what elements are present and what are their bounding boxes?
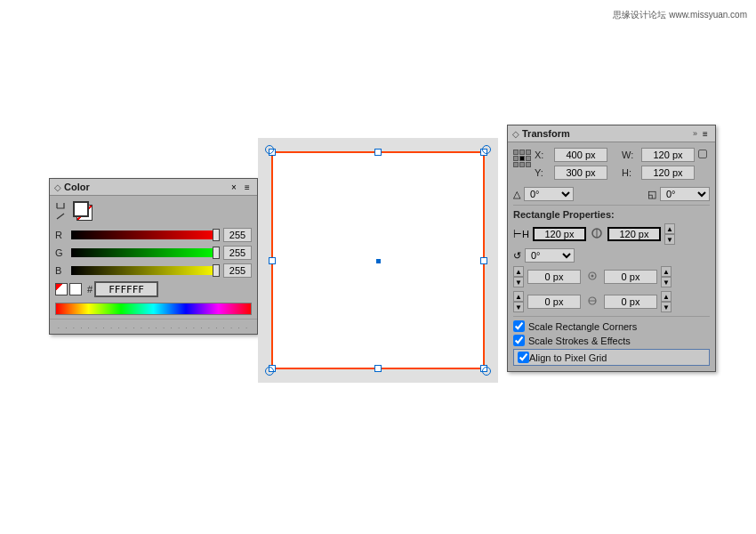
ref-cell-1[interactable]: [513, 150, 519, 155]
offset1-arrows: ▲ ▼: [513, 266, 524, 287]
rotate-handle-tl[interactable]: [265, 145, 274, 154]
x-row: X: W:: [535, 148, 695, 162]
h-input[interactable]: [641, 166, 695, 180]
hex-input[interactable]: [94, 281, 158, 297]
scale-corners-checkbox[interactable]: [513, 320, 525, 332]
transform-panel-menu[interactable]: ≡: [700, 128, 711, 139]
color-icons-row: [55, 201, 252, 221]
watermark: 思缘设计论坛 www.missyuan.com: [613, 9, 747, 21]
skew-select[interactable]: 0°: [660, 187, 710, 201]
scale-strokes-row: Scale Strokes & Effects: [513, 335, 710, 346]
y-label: Y:: [535, 167, 552, 178]
rect-h-input[interactable]: [607, 227, 661, 241]
x-label: X:: [535, 150, 552, 160]
ref-cell-3[interactable]: [526, 150, 531, 155]
reset-color-icon[interactable]: [55, 212, 66, 221]
offset1a-up[interactable]: ▲: [513, 266, 524, 277]
color-panel-header: ◇ Color × ≡: [50, 179, 257, 196]
g-value[interactable]: [223, 246, 252, 260]
rect-w-input[interactable]: [533, 227, 586, 241]
offset2b-down[interactable]: ▼: [661, 302, 672, 312]
ref-cell-8[interactable]: [519, 162, 525, 167]
r-slider[interactable]: [71, 231, 220, 239]
color-panel-menu[interactable]: ≡: [242, 182, 253, 192]
swap-fg-bg-icon[interactable]: [55, 201, 66, 210]
offset2a-up[interactable]: ▲: [513, 291, 524, 302]
color-panel-close[interactable]: ×: [229, 182, 239, 192]
canvas-rectangle[interactable]: [271, 151, 485, 369]
fg-bg-swatch[interactable]: [73, 201, 96, 221]
small-fg-swatch[interactable]: [55, 283, 68, 295]
collapse-transform-btn[interactable]: »: [693, 129, 697, 138]
offset1b-down[interactable]: ▼: [661, 277, 672, 287]
divider-2: [513, 316, 710, 317]
offset2b-arrows: ▲ ▼: [661, 291, 672, 312]
x-input[interactable]: [554, 148, 607, 162]
handle-ml[interactable]: [269, 257, 276, 264]
wh-link-icon[interactable]: [698, 150, 707, 158]
scale-corners-label: Scale Rectangle Corners: [528, 321, 637, 332]
offset1a-down[interactable]: ▼: [513, 277, 524, 287]
y-input[interactable]: [554, 166, 607, 180]
scale-strokes-label: Scale Strokes & Effects: [528, 336, 631, 346]
transform-body: X: W: Y: H:: [508, 142, 715, 371]
y-row: Y: H:: [535, 166, 695, 180]
color-panel-body: R G B #: [50, 196, 257, 319]
align-grid-checkbox[interactable]: [518, 352, 529, 363]
offset2b-input[interactable]: [604, 295, 657, 309]
rect-h-up[interactable]: ▲: [664, 223, 675, 234]
offset2a-down[interactable]: ▼: [513, 302, 524, 312]
rotate-icon: △: [513, 189, 520, 200]
scale-corners-row: Scale Rectangle Corners: [513, 320, 710, 332]
rect-h-arrows: ▲ ▼: [664, 223, 675, 245]
ref-cell-6[interactable]: [526, 156, 531, 161]
rotate-handle-br[interactable]: [482, 367, 491, 376]
small-bg-swatch[interactable]: [69, 283, 82, 295]
rect-props-label: Rectangle Properties:: [513, 209, 710, 220]
offset2b-up[interactable]: ▲: [661, 291, 672, 302]
handle-mc: [376, 259, 381, 263]
rot-skew-row: △ 0° 90° 180° 270° ◱ 0°: [513, 187, 710, 201]
hex-label: #: [87, 284, 92, 295]
b-channel-row: B: [55, 263, 252, 278]
handle-tc[interactable]: [374, 149, 382, 156]
ref-cell-5-active[interactable]: [519, 156, 525, 161]
g-slider[interactable]: [71, 248, 220, 257]
ref-cell-7[interactable]: [513, 162, 519, 167]
w-input[interactable]: [641, 148, 695, 162]
offset2-arrows: ▲ ▼: [513, 291, 524, 312]
canvas-area: [258, 138, 498, 383]
offset1a-input[interactable]: [527, 270, 581, 284]
offset2-center-icon: [586, 295, 599, 309]
handle-mr[interactable]: [480, 257, 487, 264]
rotation-select[interactable]: 0° 90° 180° 270°: [524, 187, 574, 201]
corner-rot-select[interactable]: 0°: [525, 248, 575, 263]
b-label: B: [55, 265, 68, 276]
offset1b-up[interactable]: ▲: [661, 266, 672, 277]
color-spectrum[interactable]: [55, 303, 252, 315]
ref-cell-4[interactable]: [513, 156, 519, 161]
ref-cell-2[interactable]: [519, 150, 525, 155]
r-value[interactable]: [223, 228, 252, 242]
scale-strokes-checkbox[interactable]: [513, 335, 525, 346]
color-panel-footer: · · · · · · · · · · · · · · · · · · · · …: [50, 319, 257, 334]
rotate-handle-tr[interactable]: [482, 145, 491, 154]
offset2a-input[interactable]: [527, 295, 581, 309]
offset-row-2: ▲ ▼ ▲ ▼: [513, 291, 710, 312]
rect-wh-row: ⊢H ▲ ▼: [513, 223, 710, 245]
r-label: R: [55, 230, 68, 240]
footer-dots: · · · · · · · · · · · · · · · · · · · · …: [58, 324, 249, 332]
fg-swatch[interactable]: [73, 201, 89, 217]
offset1b-input[interactable]: [604, 270, 657, 284]
corner-rot-icon: ↺: [513, 250, 521, 262]
hex-row: #: [55, 281, 252, 297]
b-slider[interactable]: [71, 266, 220, 275]
g-channel-row: G: [55, 246, 252, 260]
rect-h-down[interactable]: ▼: [664, 234, 675, 245]
offset-row-1: ▲ ▼ ▲ ▼: [513, 266, 710, 287]
handle-bc[interactable]: [374, 365, 382, 372]
rect-wh-link[interactable]: [591, 227, 603, 241]
b-value[interactable]: [223, 263, 252, 278]
ref-cell-9[interactable]: [526, 162, 531, 167]
rotate-handle-bl[interactable]: [265, 367, 274, 376]
